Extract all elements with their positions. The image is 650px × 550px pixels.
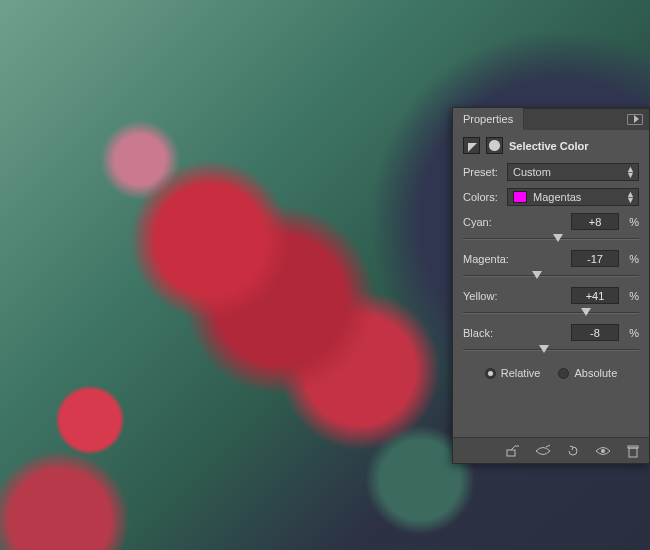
svg-point-1: [601, 449, 605, 453]
reset-icon[interactable]: [565, 444, 581, 458]
panel-title: Selective Color: [509, 140, 588, 152]
yellow-slider-track[interactable]: [463, 306, 639, 320]
svg-rect-3: [628, 446, 638, 448]
adjustment-layer-icon[interactable]: [463, 137, 480, 154]
radio-dot-icon: [558, 368, 569, 379]
tab-properties[interactable]: Properties: [453, 108, 524, 130]
properties-panel: Properties Selective Color Preset: Custo…: [452, 107, 650, 464]
slider-thumb-icon[interactable]: [553, 234, 563, 242]
black-slider-track[interactable]: [463, 343, 639, 357]
cyan-slider-track[interactable]: [463, 232, 639, 246]
mask-icon[interactable]: [486, 137, 503, 154]
slider-label: Cyan:: [463, 216, 492, 228]
slider-yellow: Yellow: %: [463, 287, 639, 320]
chevron-updown-icon: ▲▼: [626, 191, 635, 203]
colors-select[interactable]: Magentas ▲▼: [507, 188, 639, 206]
panel-tabbar: Properties: [453, 108, 649, 130]
mode-radiogroup: Relative Absolute: [463, 367, 639, 379]
panel-body: Preset: Custom ▲▼ Colors: Magentas ▲▼ Cy…: [453, 163, 649, 379]
slider-label: Magenta:: [463, 253, 509, 265]
slider-cyan: Cyan: %: [463, 213, 639, 246]
preset-row: Preset: Custom ▲▼: [463, 163, 639, 181]
visibility-icon[interactable]: [595, 444, 611, 458]
percent-label: %: [625, 327, 639, 339]
svg-rect-0: [507, 450, 515, 456]
view-previous-icon[interactable]: [535, 444, 551, 458]
yellow-input[interactable]: [571, 287, 619, 304]
slider-label: Yellow:: [463, 290, 497, 302]
preset-value: Custom: [513, 166, 551, 178]
radio-dot-icon: [485, 368, 496, 379]
radio-label: Relative: [501, 367, 541, 379]
svg-rect-2: [629, 448, 637, 457]
colors-label: Colors:: [463, 191, 503, 203]
clip-to-layer-icon[interactable]: [505, 444, 521, 458]
panel-footer: [453, 437, 649, 463]
magenta-slider-track[interactable]: [463, 269, 639, 283]
panel-title-row: Selective Color: [453, 130, 649, 163]
percent-label: %: [625, 216, 639, 228]
cyan-input[interactable]: [571, 213, 619, 230]
black-input[interactable]: [571, 324, 619, 341]
chevron-updown-icon: ▲▼: [626, 166, 635, 178]
radio-relative[interactable]: Relative: [485, 367, 541, 379]
slider-magenta: Magenta: %: [463, 250, 639, 283]
magenta-input[interactable]: [571, 250, 619, 267]
percent-label: %: [625, 253, 639, 265]
preset-select[interactable]: Custom ▲▼: [507, 163, 639, 181]
slider-black: Black: %: [463, 324, 639, 357]
trash-icon[interactable]: [625, 444, 641, 458]
slider-thumb-icon[interactable]: [581, 308, 591, 316]
tabbar-fill: [524, 108, 649, 130]
colors-swatch: [513, 191, 527, 203]
tab-label: Properties: [463, 113, 513, 125]
radio-absolute[interactable]: Absolute: [558, 367, 617, 379]
percent-label: %: [625, 290, 639, 302]
colors-row: Colors: Magentas ▲▼: [463, 188, 639, 206]
slider-thumb-icon[interactable]: [539, 345, 549, 353]
panel-menu-icon[interactable]: [627, 114, 643, 125]
radio-label: Absolute: [574, 367, 617, 379]
slider-thumb-icon[interactable]: [532, 271, 542, 279]
slider-label: Black:: [463, 327, 493, 339]
preset-label: Preset:: [463, 166, 503, 178]
colors-value: Magentas: [533, 191, 581, 203]
